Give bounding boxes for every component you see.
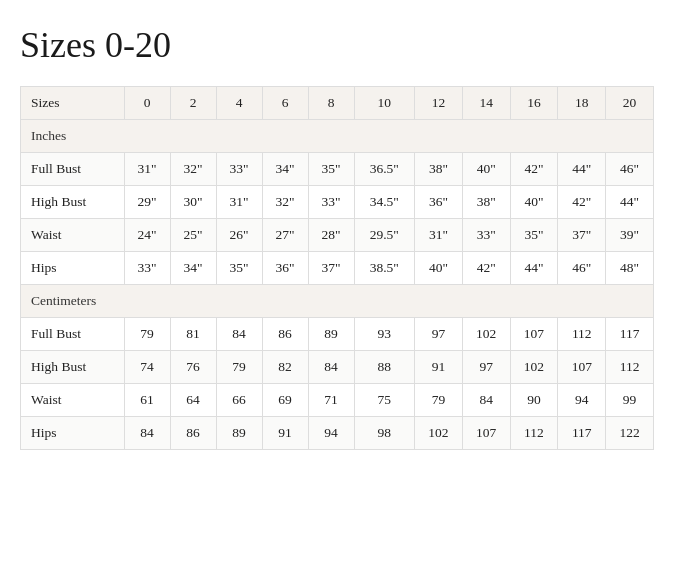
row-value: 36" — [415, 186, 463, 219]
row-value: 25" — [170, 219, 216, 252]
row-value: 32" — [262, 186, 308, 219]
row-value: 89 — [308, 318, 354, 351]
row-value: 102 — [462, 318, 510, 351]
row-value: 74 — [124, 351, 170, 384]
row-value: 35" — [216, 252, 262, 285]
row-value: 122 — [606, 417, 654, 450]
table-row: Hips33"34"35"36"37"38.5"40"42"44"46"48" — [21, 252, 654, 285]
row-value: 29.5" — [354, 219, 415, 252]
row-value: 37" — [308, 252, 354, 285]
row-value: 40" — [510, 186, 558, 219]
row-value: 94 — [308, 417, 354, 450]
row-value: 90 — [510, 384, 558, 417]
row-value: 42" — [510, 153, 558, 186]
row-value: 36" — [262, 252, 308, 285]
row-value: 46" — [558, 252, 606, 285]
row-value: 31" — [216, 186, 262, 219]
row-value: 38" — [415, 153, 463, 186]
row-value: 44" — [558, 153, 606, 186]
row-value: 112 — [510, 417, 558, 450]
row-value: 44" — [606, 186, 654, 219]
header-size-0: 0 — [124, 87, 170, 120]
row-value: 48" — [606, 252, 654, 285]
row-value: 94 — [558, 384, 606, 417]
header-label: Sizes — [21, 87, 125, 120]
table-row: Full Bust31"32"33"34"35"36.5"38"40"42"44… — [21, 153, 654, 186]
row-value: 42" — [558, 186, 606, 219]
row-value: 35" — [510, 219, 558, 252]
header-size-18: 18 — [558, 87, 606, 120]
row-value: 28" — [308, 219, 354, 252]
row-value: 107 — [558, 351, 606, 384]
row-value: 102 — [510, 351, 558, 384]
header-size-6: 6 — [262, 87, 308, 120]
row-value: 86 — [170, 417, 216, 450]
row-value: 34" — [170, 252, 216, 285]
row-value: 35" — [308, 153, 354, 186]
row-value: 31" — [124, 153, 170, 186]
row-value: 93 — [354, 318, 415, 351]
row-value: 29" — [124, 186, 170, 219]
table-row: Waist6164666971757984909499 — [21, 384, 654, 417]
row-value: 91 — [415, 351, 463, 384]
row-value: 91 — [262, 417, 308, 450]
row-value: 33" — [216, 153, 262, 186]
table-header-row: Sizes 02468101214161820 — [21, 87, 654, 120]
row-value: 33" — [308, 186, 354, 219]
row-value: 61 — [124, 384, 170, 417]
row-value: 39" — [606, 219, 654, 252]
row-label: Full Bust — [21, 318, 125, 351]
row-value: 99 — [606, 384, 654, 417]
row-value: 81 — [170, 318, 216, 351]
header-size-2: 2 — [170, 87, 216, 120]
row-value: 98 — [354, 417, 415, 450]
row-value: 34" — [262, 153, 308, 186]
row-value: 33" — [124, 252, 170, 285]
row-value: 32" — [170, 153, 216, 186]
table-row: Hips848689919498102107112117122 — [21, 417, 654, 450]
row-value: 36.5" — [354, 153, 415, 186]
row-value: 27" — [262, 219, 308, 252]
row-value: 37" — [558, 219, 606, 252]
row-value: 84 — [308, 351, 354, 384]
row-value: 75 — [354, 384, 415, 417]
row-value: 31" — [415, 219, 463, 252]
row-value: 117 — [606, 318, 654, 351]
row-value: 26" — [216, 219, 262, 252]
row-value: 112 — [606, 351, 654, 384]
row-value: 107 — [510, 318, 558, 351]
row-value: 79 — [415, 384, 463, 417]
section-header-centimeters: Centimeters — [21, 285, 654, 318]
row-value: 46" — [606, 153, 654, 186]
row-value: 64 — [170, 384, 216, 417]
row-label: Hips — [21, 417, 125, 450]
size-chart-table: Sizes 02468101214161820 InchesFull Bust3… — [20, 86, 654, 450]
header-size-14: 14 — [462, 87, 510, 120]
row-value: 97 — [415, 318, 463, 351]
row-value: 84 — [462, 384, 510, 417]
header-size-20: 20 — [606, 87, 654, 120]
row-value: 66 — [216, 384, 262, 417]
row-label: High Bust — [21, 186, 125, 219]
row-value: 38" — [462, 186, 510, 219]
row-value: 69 — [262, 384, 308, 417]
row-label: Full Bust — [21, 153, 125, 186]
section-label: Inches — [21, 120, 654, 153]
row-value: 44" — [510, 252, 558, 285]
row-value: 40" — [415, 252, 463, 285]
table-row: High Bust29"30"31"32"33"34.5"36"38"40"42… — [21, 186, 654, 219]
row-value: 24" — [124, 219, 170, 252]
row-value: 79 — [216, 351, 262, 384]
table-row: High Bust7476798284889197102107112 — [21, 351, 654, 384]
row-value: 30" — [170, 186, 216, 219]
row-value: 33" — [462, 219, 510, 252]
row-value: 88 — [354, 351, 415, 384]
row-label: High Bust — [21, 351, 125, 384]
row-value: 79 — [124, 318, 170, 351]
row-label: Waist — [21, 384, 125, 417]
row-label: Hips — [21, 252, 125, 285]
header-size-8: 8 — [308, 87, 354, 120]
row-value: 84 — [216, 318, 262, 351]
row-value: 34.5" — [354, 186, 415, 219]
header-size-4: 4 — [216, 87, 262, 120]
